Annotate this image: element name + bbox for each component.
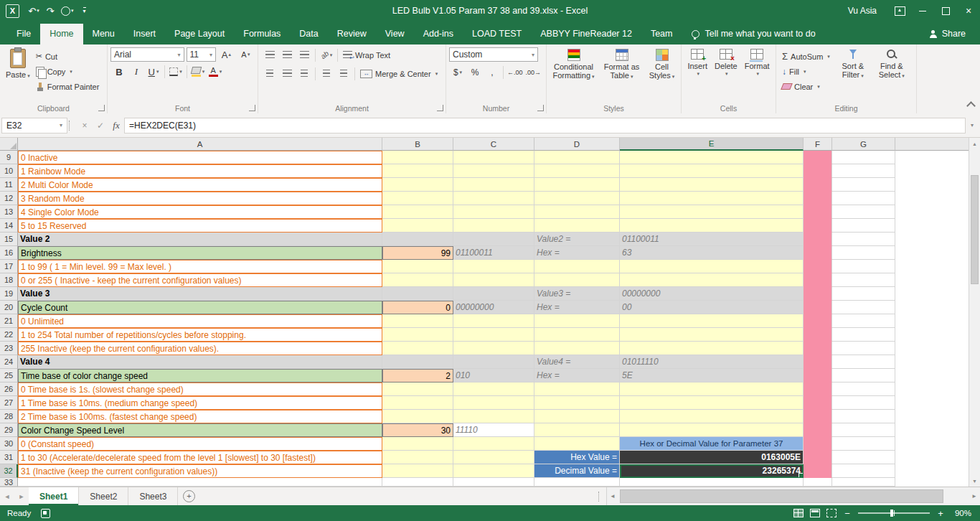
cell-E17[interactable]: [620, 260, 804, 273]
cell-E30[interactable]: Hex or Decimal Value for Parameter 37: [620, 437, 804, 451]
column-header-D[interactable]: D: [534, 138, 620, 151]
scroll-right-button[interactable]: ►: [969, 493, 980, 499]
cell-A23[interactable]: 255 Inactive (keep the current configura…: [18, 342, 382, 355]
format-painter-button[interactable]: Format Painter: [33, 79, 103, 94]
row-header-32[interactable]: 32: [0, 464, 18, 478]
sheet-tab-sheet1[interactable]: Sheet1: [29, 487, 79, 505]
cell-C12[interactable]: [453, 192, 534, 205]
ribbon-tab-data[interactable]: Data: [290, 24, 327, 44]
cell-E22[interactable]: [620, 328, 804, 342]
zoom-out-button[interactable]: −: [843, 508, 852, 519]
cell-E23[interactable]: [620, 342, 804, 355]
cell-C32[interactable]: [453, 464, 534, 478]
cell-C17[interactable]: [453, 260, 534, 273]
horizontal-scroll-thumb[interactable]: [620, 489, 943, 503]
cell-C22[interactable]: [453, 328, 534, 342]
cell-C14[interactable]: [453, 219, 534, 233]
cell-E21[interactable]: [620, 314, 804, 328]
row-header-22[interactable]: 22: [0, 328, 18, 342]
row-header-29[interactable]: 29: [0, 423, 18, 437]
cell-C9[interactable]: [453, 151, 534, 164]
cell-A31[interactable]: 1 to 30 (Accelerate/decelerate speed fro…: [18, 451, 382, 464]
cell-B28[interactable]: [382, 410, 453, 423]
cell-D19[interactable]: Value3 =: [534, 287, 620, 301]
cell-F14[interactable]: [804, 219, 832, 233]
cell-B25[interactable]: 2: [382, 369, 453, 382]
wrap-text-button[interactable]: Wrap Text: [340, 47, 393, 62]
cell-E14[interactable]: [620, 219, 804, 233]
cell-C31[interactable]: [453, 451, 534, 464]
cell-A11[interactable]: 2 Multi Color Mode: [18, 178, 382, 192]
cell-D33[interactable]: [534, 478, 620, 487]
excel-logo-icon[interactable]: X: [6, 4, 19, 18]
cell-F27[interactable]: [804, 396, 832, 410]
cell-C27[interactable]: [453, 396, 534, 410]
ribbon-tab-file[interactable]: File: [7, 24, 40, 44]
zoom-in-button[interactable]: +: [936, 508, 945, 519]
cell-B22[interactable]: [382, 328, 453, 342]
ribbon-tab-page-layout[interactable]: Page Layout: [165, 24, 234, 44]
cell-G21[interactable]: [832, 314, 895, 328]
minimize-button[interactable]: [911, 0, 934, 22]
collapse-ribbon-button[interactable]: [966, 101, 976, 111]
cell-E20[interactable]: 00: [620, 301, 804, 314]
decrease-decimal-button[interactable]: .00→: [524, 65, 543, 80]
zoom-slider[interactable]: [858, 512, 930, 514]
underline-button[interactable]: U▾: [145, 65, 162, 79]
orientation-button[interactable]: ab▾: [318, 48, 335, 62]
sheet-tab-sheet2[interactable]: Sheet2: [79, 487, 128, 505]
cancel-button[interactable]: ×: [77, 118, 93, 133]
cell-D18[interactable]: [534, 273, 620, 287]
cell-B23[interactable]: [382, 342, 453, 355]
cell-A15[interactable]: Value 2: [18, 233, 382, 246]
cell-F17[interactable]: [804, 260, 832, 273]
align-right-button[interactable]: [296, 67, 313, 81]
scroll-up-button[interactable]: ▲: [969, 138, 980, 149]
top-align-button[interactable]: [261, 48, 278, 62]
sheet-tab-sheet3[interactable]: Sheet3: [128, 487, 178, 505]
cut-button[interactable]: ✂Cut: [33, 49, 103, 64]
ribbon-tab-add-ins[interactable]: Add-ins: [414, 24, 463, 44]
clear-button[interactable]: Clear▾: [779, 79, 833, 94]
cell-A16[interactable]: Brightness: [18, 246, 382, 260]
cell-G31[interactable]: [832, 451, 895, 464]
row-header-33[interactable]: 33: [0, 478, 18, 487]
cell-A28[interactable]: 2 Time base is 100ms. (fastest change sp…: [18, 410, 382, 423]
cell-D30[interactable]: [534, 437, 620, 451]
vertical-scrollbar[interactable]: ▲ ▼: [969, 138, 980, 487]
cell-G29[interactable]: [832, 423, 895, 437]
cell-G14[interactable]: [832, 219, 895, 233]
row-header-24[interactable]: 24: [0, 355, 18, 369]
alignment-dialog-launcher[interactable]: [437, 105, 443, 111]
cell-A33[interactable]: [18, 478, 382, 487]
cell-F21[interactable]: [804, 314, 832, 328]
cell-A20[interactable]: Cycle Count: [18, 301, 382, 314]
cell-F33[interactable]: [804, 478, 832, 487]
cell-C18[interactable]: [453, 273, 534, 287]
cell-A32[interactable]: 31 (Inactive (keep the current configura…: [18, 464, 382, 478]
cell-G33[interactable]: [832, 478, 895, 487]
row-header-16[interactable]: 16: [0, 246, 18, 260]
row-header-31[interactable]: 31: [0, 451, 18, 464]
cell-G17[interactable]: [832, 260, 895, 273]
ribbon-tab-menu[interactable]: Menu: [83, 24, 124, 44]
cell-D11[interactable]: [534, 178, 620, 192]
cell-E24[interactable]: 01011110: [620, 355, 804, 369]
cell-G24[interactable]: [832, 355, 895, 369]
cell-C15[interactable]: [453, 233, 534, 246]
column-header-E[interactable]: E: [620, 138, 804, 151]
cell-D31[interactable]: Hex Value =: [534, 451, 620, 464]
cell-A26[interactable]: 0 Time base is 1s. (slowest change speed…: [18, 382, 382, 396]
cell-B19[interactable]: [382, 287, 453, 301]
cell-A18[interactable]: 0 or 255 ( Inactive - keep the current c…: [18, 273, 382, 287]
cell-G13[interactable]: [832, 205, 895, 219]
row-header-12[interactable]: 12: [0, 192, 18, 205]
touch-mode-button[interactable]: ▾: [59, 3, 76, 19]
cell-D29[interactable]: [534, 423, 620, 437]
row-header-27[interactable]: 27: [0, 396, 18, 410]
clipboard-dialog-launcher[interactable]: [98, 105, 105, 111]
formula-input[interactable]: =HEX2DEC(E31): [124, 118, 966, 133]
cell-E11[interactable]: [620, 178, 804, 192]
cell-E12[interactable]: [620, 192, 804, 205]
cell-C24[interactable]: [453, 355, 534, 369]
